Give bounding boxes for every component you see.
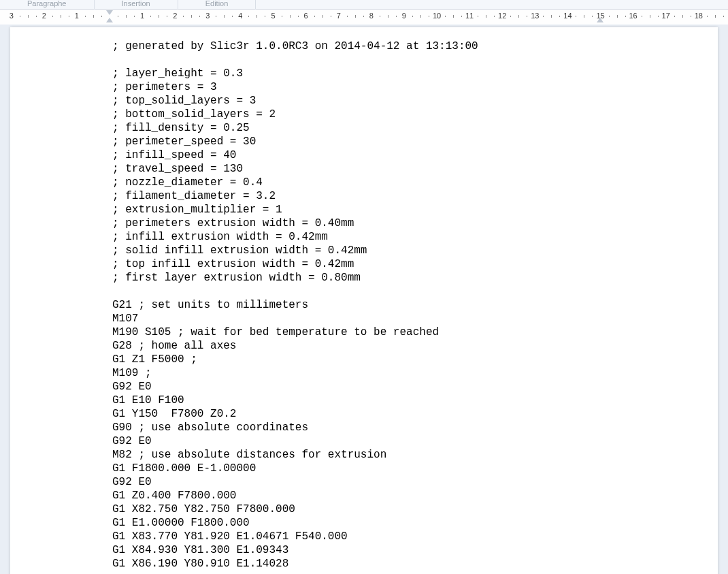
ruler-tick (707, 16, 708, 17)
ruler-tick (183, 16, 184, 17)
horizontal-ruler[interactable]: 321123456789101112131415161718 (0, 10, 728, 25)
ruler-tick (101, 16, 102, 17)
ruler-tick (518, 15, 519, 18)
ruler-tick (388, 15, 388, 18)
ruler-number: 1 (140, 12, 144, 20)
ruler-tick (609, 16, 610, 17)
ruler-tick (691, 16, 691, 17)
right-indent-marker[interactable] (597, 18, 603, 22)
ruler-tick (682, 15, 683, 18)
ruler-tick (150, 16, 151, 17)
ruler-tick (159, 15, 159, 18)
ruler-number: 11 (465, 12, 474, 20)
ruler-number: 2 (42, 12, 46, 20)
ruler-number: 6 (304, 12, 308, 20)
ruler-tick (216, 16, 216, 17)
ruler-number: 10 (433, 12, 441, 20)
ruler-tick (314, 16, 315, 17)
ruler-tick (461, 16, 462, 17)
ruler-number: 3 (10, 12, 14, 20)
ruler-tick (494, 16, 495, 17)
ruler-number: 8 (369, 12, 374, 20)
ruler-tick (625, 16, 626, 17)
ruler-tick (191, 15, 192, 18)
ruler-tick (576, 16, 576, 17)
ruler-tick (592, 16, 593, 17)
ruler-tick (52, 16, 53, 17)
ruler-tick (265, 16, 265, 17)
ruler-tick (650, 15, 650, 18)
ruler-number: 18 (695, 12, 703, 20)
ruler-tick (412, 16, 413, 17)
ruler-tick (93, 15, 94, 18)
ruler-tick (282, 16, 282, 17)
ruler-tick (642, 16, 642, 17)
ribbon-tab-paragraphe[interactable]: Paragraphe (0, 0, 95, 10)
ruler-tick (118, 16, 118, 17)
ruler-number: 7 (337, 12, 341, 20)
ruler-tick (126, 15, 127, 18)
hanging-indent-marker[interactable] (106, 18, 113, 22)
ruler-tick (510, 16, 511, 17)
ruler-tick (69, 16, 69, 17)
ruler-tick (257, 15, 257, 18)
ruler-tick (559, 16, 560, 17)
ruler-tick (380, 16, 380, 17)
ruler-tick (347, 16, 348, 17)
ruler-tick (331, 16, 331, 17)
ruler-tick (298, 16, 299, 17)
ruler-tick (551, 15, 552, 18)
horizontal-ruler-wrap: 321123456789101112131415161718 (0, 10, 728, 25)
ruler-tick (224, 15, 225, 18)
ruler-number: 17 (662, 12, 670, 20)
ruler-number: 12 (498, 12, 506, 20)
ruler-tick (658, 16, 659, 17)
ruler-number: 16 (629, 12, 637, 20)
ruler-number: 3 (205, 12, 210, 20)
ruler-number: 1 (75, 12, 79, 20)
ruler-number: 4 (238, 12, 242, 20)
ruler-tick (527, 16, 527, 17)
document-page[interactable]: ; generated by Slic3r 1.0.0RC3 on 2014-0… (10, 27, 718, 574)
ruler-tick (28, 15, 29, 18)
ruler-tick (36, 16, 37, 17)
ruler-tick (355, 15, 356, 18)
ruler-tick (363, 16, 364, 17)
ruler-tick (453, 15, 454, 18)
ruler-tick (134, 16, 135, 17)
ruler-tick (478, 16, 478, 17)
first-line-indent-marker[interactable] (106, 10, 113, 15)
ruler-number: 2 (173, 12, 177, 20)
ruler-number: 5 (271, 12, 275, 20)
ruler-tick (396, 16, 397, 17)
ribbon-tab-insertion[interactable]: Insertion (95, 0, 178, 10)
ruler-tick (61, 15, 61, 18)
ruler-tick (584, 15, 584, 18)
ribbon-tab-group: Paragraphe Insertion Edition (0, 0, 728, 10)
ruler-tick (543, 16, 544, 17)
ruler-tick (715, 15, 716, 18)
ruler-tick (486, 15, 486, 18)
workspace: ; generated by Slic3r 1.0.0RC3 on 2014-0… (0, 25, 728, 574)
ruler-tick (674, 16, 675, 17)
ruler-tick (232, 16, 233, 17)
ruler-number: 14 (563, 12, 572, 20)
ruler-tick (20, 16, 20, 17)
ruler-number: 9 (402, 12, 406, 20)
ruler-tick (167, 16, 167, 17)
ruler-tick (420, 15, 421, 18)
ruler-tick (322, 15, 323, 18)
ruler-tick (290, 15, 291, 18)
ruler-number: 13 (531, 12, 539, 20)
ruler-tick (429, 16, 429, 17)
ruler-tick (723, 16, 724, 17)
ruler-tick (445, 16, 446, 17)
ruler-tick (85, 16, 86, 17)
ruler-tick (617, 15, 618, 18)
ruler-tick (248, 16, 249, 17)
ribbon-tab-edition[interactable]: Edition (178, 0, 257, 10)
ruler-tick (199, 16, 200, 17)
